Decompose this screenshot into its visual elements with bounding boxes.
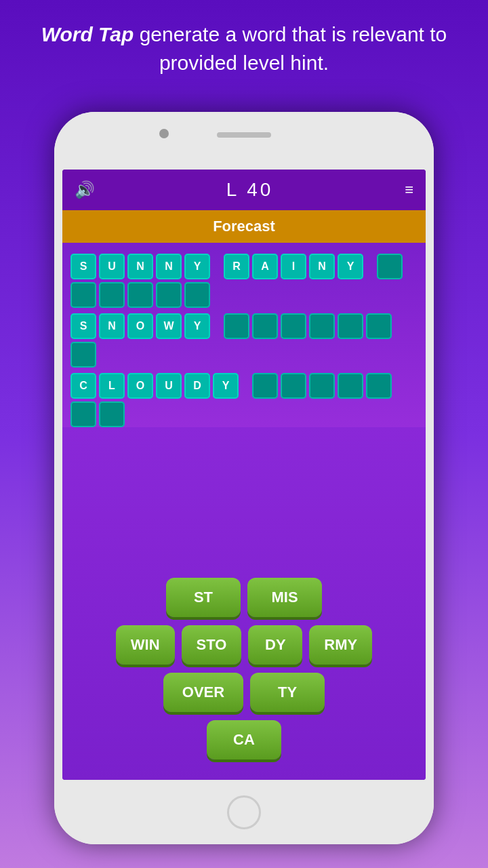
letter-tile: A (252, 254, 278, 279)
empty-tile (377, 254, 403, 279)
btn-mis[interactable]: MIS (247, 578, 322, 617)
letter-tile: Y (184, 254, 210, 279)
letter-tile: Y (184, 313, 210, 339)
empty-tile (70, 401, 96, 427)
empty-tile (99, 401, 125, 427)
btn-ty[interactable]: TY (250, 673, 325, 712)
btn-st[interactable]: ST (166, 578, 241, 617)
letter-tile: N (127, 254, 153, 279)
empty-tile (70, 282, 96, 308)
menu-icon[interactable]: ≡ (405, 181, 413, 199)
letter-tile: U (99, 254, 125, 279)
btn-row-2: WIN STO DY RMY (116, 625, 372, 665)
phone-frame: 🔊 L 40 ≡ Forecast S U N N Y R A I N Y (54, 112, 434, 844)
empty-tile (366, 313, 392, 339)
letter-tile: L (99, 373, 125, 399)
word-area: S U N N Y R A I N Y S (62, 243, 426, 458)
hint-text: Forecast (213, 218, 275, 235)
game-header: 🔊 L 40 ≡ (62, 170, 426, 210)
letter-tile: C (70, 373, 96, 399)
empty-tile (252, 373, 278, 399)
button-area: ST MIS WIN STO DY RMY OVER TY CA (62, 427, 426, 780)
empty-tile (281, 313, 306, 339)
empty-tile (99, 282, 125, 308)
btn-row-4: CA (207, 720, 281, 760)
empty-tile (156, 282, 182, 308)
sound-icon[interactable]: 🔊 (75, 180, 95, 199)
letter-tile: W (156, 313, 182, 339)
home-button[interactable] (227, 795, 261, 829)
btn-ca[interactable]: CA (207, 720, 281, 760)
letter-tile: N (99, 313, 125, 339)
empty-tile (309, 313, 335, 339)
word-row-3: C L O U D Y (70, 373, 418, 427)
empty-tile (70, 342, 96, 368)
phone-bottom (54, 780, 434, 844)
phone-screen: 🔊 L 40 ≡ Forecast S U N N Y R A I N Y (62, 170, 426, 780)
phone-top (54, 112, 434, 170)
letter-tile: N (309, 254, 335, 279)
empty-tile (184, 282, 210, 308)
btn-sto[interactable]: STO (182, 625, 242, 665)
header-section: Word Tap generate a word that is relevan… (0, 0, 488, 91)
empty-tile (338, 373, 363, 399)
level-display: L 40 (226, 179, 273, 201)
letter-tile: U (156, 373, 182, 399)
letter-tile: Y (338, 254, 363, 279)
btn-dy[interactable]: DY (248, 625, 302, 665)
btn-rmy[interactable]: RMY (309, 625, 372, 665)
letter-tile: Y (213, 373, 239, 399)
header-subtitle: generate a word that is relevant to prov… (134, 23, 447, 74)
btn-row-3: OVER TY (163, 673, 325, 712)
btn-win[interactable]: WIN (116, 625, 175, 665)
app-name: Word Tap (41, 23, 134, 45)
letter-tile: I (281, 254, 306, 279)
letter-tile: D (184, 373, 210, 399)
word-row-1: S U N N Y R A I N Y (70, 254, 418, 308)
word-row-2: S N O W Y (70, 313, 418, 368)
letter-tile: S (70, 313, 96, 339)
speaker (217, 132, 271, 138)
letter-tile: N (156, 254, 182, 279)
empty-tile (127, 282, 153, 308)
letter-tile: R (224, 254, 249, 279)
empty-tile (338, 313, 363, 339)
empty-tile (281, 373, 306, 399)
empty-tile (224, 313, 249, 339)
empty-tile (309, 373, 335, 399)
letter-tile: O (127, 313, 153, 339)
camera-icon (159, 129, 169, 138)
letter-tile: O (127, 373, 153, 399)
empty-tile (366, 373, 392, 399)
letter-tile: S (70, 254, 96, 279)
btn-row-1: ST MIS (166, 578, 322, 617)
empty-tile (252, 313, 278, 339)
btn-over[interactable]: OVER (163, 673, 243, 712)
hint-bar: Forecast (62, 210, 426, 243)
